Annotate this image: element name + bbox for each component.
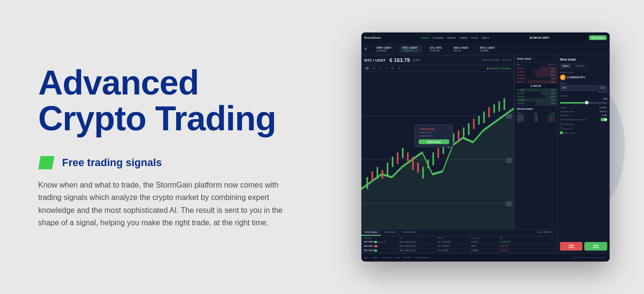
new-trade-panel: New trade Market Limit/Stop Wallet to in… [557,55,610,253]
ob-mid-price: 6 163.79 [515,84,557,88]
svg-rect-9 [392,157,393,167]
svg-rect-16 [427,160,429,168]
trade-row-1: ETH / USDT ▲ ● ● ● May 14 2020, 09:42:44… [361,240,557,244]
ticker-price-btg: 0.82091 [480,49,495,52]
nav-wallets[interactable]: Wallets [460,36,467,39]
headline-line1: Advanced [38,63,199,102]
ticker-btg[interactable]: BTG / USDT 0.82091 [476,45,498,53]
ticker-xrp[interactable]: XRP / USDT 0.142333 [373,45,395,53]
new-trade-title: New trade [560,58,607,61]
ticker-bar: + XRP / USDT 0.142333 BTC / USDT 7 809.8… [361,43,610,55]
apply-signal-button[interactable]: Apply signal [419,139,449,144]
ticker-btc[interactable]: BTC / USDT 7 809.86 +0.4% [399,45,422,53]
footer-api[interactable]: Public API [403,257,411,259]
trade-row-2: ADA / USDT ▼ May 11 2020, 1:30:32 356 × … [361,244,557,249]
recent-trades: Recent trades Time Amnt Price 10:28:02 1… [515,105,557,124]
svg-rect-27 [483,112,485,123]
footer-copyright: © 2020 StormGain Limited. All rights res… [572,257,607,259]
signal-probability: Probability: 80% [419,135,449,137]
ob-ask-row-3: 6 114.00 0.50 [515,74,557,77]
feature-description: Know when and what to trade, the StormGa… [38,179,286,230]
volume-row: Volume 1.00 BTC [560,106,607,109]
tf-4h[interactable]: 4 [385,67,389,70]
headline-line2: Crypto Trading [38,99,276,137]
ob-bid-row-5: 5 912.00 0.67 [515,102,557,105]
volume-value: 1.00 BTC [599,106,607,109]
nav-reports[interactable]: Reports [447,36,456,39]
app-footer: About Support Fees & limits Legal Public… [361,253,610,262]
buy-button[interactable]: Buy 6 430.47 [584,242,607,251]
footer-legal[interactable]: Legal [395,257,400,259]
tf-10[interactable]: 10 [364,67,370,70]
chart-time: 02:27:16 [502,59,511,62]
tab-limit-trades[interactable]: Limit trades [381,230,399,236]
wallet-label: Wallet to invest [560,71,607,74]
svg-rect-12 [407,152,409,161]
footer-partner[interactable]: Partner programme [415,257,429,259]
tab-active-trades[interactable]: Active trades [361,230,381,236]
order-book-header: Order book [515,55,557,63]
svg-rect-25 [473,119,475,129]
chart-header: BTC / USDT 6 163.79 +6.62% 530 973.23 US… [361,55,514,65]
nav-more[interactable]: More ▾ [482,36,490,39]
action-buttons: Sell 5 897.11 Buy 6 430.47 [560,242,607,251]
app-balance: 26 584.24 USDT [529,36,549,39]
left-section: Advanced Crypto Trading Free trading sig… [38,65,356,230]
ticker-ada[interactable]: ADA / USDT 432.19 [450,45,472,53]
liquidation-value: $ 124.17 [600,110,607,113]
buy-crypto-button[interactable]: Buy Crypto [589,35,607,40]
svg-text:6200: 6200 [506,156,512,164]
currency-select[interactable]: BTC [560,85,597,91]
feature-title: Free trading signals [62,157,162,169]
svg-rect-6 [377,167,378,178]
amount-input[interactable]: 0.01 [598,85,607,93]
take-commission-toggle[interactable] [601,118,607,121]
sell-button[interactable]: Sell 5 897.11 [560,242,583,251]
commission-row: Commission 0.24% [560,114,607,116]
recent-trades-header: Recent trades [517,107,555,110]
leverage-thumb[interactable] [585,101,589,105]
svg-text:6400: 6400 [506,113,512,120]
indicators-button[interactable]: ⚡ Indicators / Fullscreen [486,67,511,70]
stop-loss-checkbox[interactable] [560,127,563,130]
nav-exchange[interactable]: Exchange [433,36,443,39]
tab-limit[interactable]: Limit/Stop [573,63,587,69]
tf-30[interactable]: 30 [371,67,377,70]
commission-value: 0.24% [602,114,607,116]
footer-support[interactable]: Support [372,257,378,259]
chart-area: BTC / USDT 6 163.79 +6.62% 530 973.23 US… [361,55,514,253]
footer-fees[interactable]: Fees & limits [382,257,391,259]
svg-rect-7 [381,170,383,178]
tab-closed-trades[interactable]: Closed trades [399,230,420,236]
take-commission-label: Take commission from balance [560,118,586,121]
svg-rect-30 [498,101,500,111]
chart-price: 6 163.79 [390,57,410,63]
feature-row: Free trading signals [38,156,337,169]
volume-label: Volume [560,106,566,109]
signal-close-button[interactable]: × [449,126,451,129]
nav-futures[interactable]: Futures [421,36,429,39]
wallet-row: ₿ 0.23560520 BTC [560,74,607,80]
leverage-value: 1:60 [560,98,607,100]
tab-market[interactable]: Market [560,63,571,69]
nav-promo[interactable]: Promo [471,36,478,39]
take-profit-checkbox[interactable] [560,123,563,126]
leverage-slider[interactable] [560,102,607,104]
tf-d[interactable]: D [391,67,395,70]
go-to-reports-link[interactable]: Go to Reports → [534,230,557,236]
svg-rect-5 [371,171,373,181]
main-container: Advanced Crypto Trading Free trading sig… [0,0,644,294]
ticker-add-button[interactable]: + [364,46,367,52]
svg-rect-28 [488,107,490,117]
tf-1h[interactable]: 1 [379,67,383,70]
footer-about[interactable]: About [364,257,369,259]
svg-rect-11 [402,148,403,158]
auto-increase-checkbox[interactable] [560,131,563,134]
ticker-ltc[interactable]: LTC / BTC 0.032130 [426,45,446,53]
tf-w[interactable]: W [397,67,401,70]
take-commission-row: Take commission from balance [560,118,607,121]
rt-row-4: 10:17:37 1.07 6 254.17 [517,120,555,122]
ob-bid-row-1: 6 132.00 1.20 [515,88,557,92]
svg-rect-23 [463,127,465,137]
trades-tabs: Active trades Limit trades Closed trades… [361,230,557,236]
